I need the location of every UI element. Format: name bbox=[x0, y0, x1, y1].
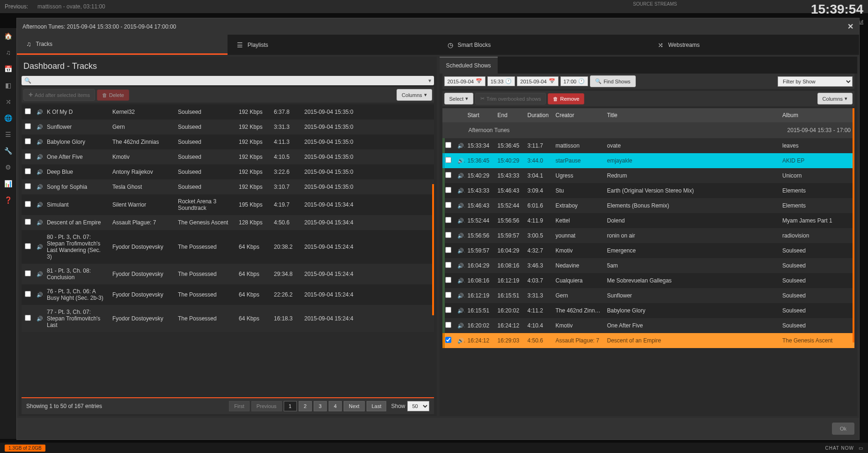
row-checkbox[interactable] bbox=[25, 153, 31, 159]
row-checkbox[interactable] bbox=[25, 108, 31, 114]
first-button[interactable]: First bbox=[229, 401, 249, 411]
ok-button[interactable]: Ok bbox=[832, 423, 854, 435]
tab-scheduled-shows[interactable]: Scheduled Shows bbox=[440, 57, 498, 74]
delete-button[interactable]: 🗑 Delete bbox=[97, 89, 129, 101]
sound-icon[interactable]: 🔊 bbox=[457, 142, 465, 149]
table-row[interactable]: 🔊 15:40:29 15:43:33 3:04.1 Ugress Redrum… bbox=[442, 168, 855, 183]
table-row[interactable]: 🔊 15:36:45 15:40:29 3:44.0 starPause emj… bbox=[442, 153, 855, 168]
chevron-down-icon[interactable]: ▾ bbox=[428, 77, 431, 84]
table-row[interactable]: 🔊 Babylone Glory The 462nd Zinnias Souls… bbox=[22, 134, 434, 149]
row-checkbox[interactable] bbox=[445, 277, 451, 283]
table-row[interactable]: 🔊 16:15:51 16:20:02 4:11.2 The 462nd Zin… bbox=[442, 303, 855, 318]
sound-icon[interactable]: 🔊 bbox=[37, 154, 44, 160]
sound-icon[interactable]: 🔊 bbox=[37, 315, 44, 322]
row-checkbox[interactable] bbox=[445, 157, 451, 163]
add-after-button[interactable]: ✚ Add after selected items bbox=[23, 89, 95, 101]
row-checkbox[interactable] bbox=[25, 168, 31, 174]
header-creator[interactable]: Creator bbox=[553, 108, 604, 122]
table-row[interactable]: 🔊 Sunflower Gern Soulseed 192 Kbps 3:31.… bbox=[22, 119, 434, 134]
row-checkbox[interactable] bbox=[445, 202, 451, 208]
table-row[interactable]: 🔊 15:59:57 16:04:29 4:32.7 Kmotiv Emerge… bbox=[442, 243, 855, 258]
row-checkbox[interactable] bbox=[25, 291, 31, 297]
globe-icon[interactable]: 🌐 bbox=[0, 110, 16, 126]
row-checkbox[interactable] bbox=[445, 292, 451, 298]
start-time-input[interactable]: 15:33 🕐 bbox=[487, 76, 515, 86]
sound-icon[interactable]: 🔊 bbox=[37, 244, 44, 250]
widget-icon[interactable]: ◧ bbox=[0, 77, 16, 94]
page-4[interactable]: 4 bbox=[329, 401, 342, 411]
table-row[interactable]: 🔊 81 - Pt. 3, Ch. 08: Conclusion Fyodor … bbox=[22, 264, 434, 284]
table-row[interactable]: 🔊 One After Five Kmotiv Soulseed 192 Kbp… bbox=[22, 149, 434, 164]
row-checkbox[interactable] bbox=[445, 232, 451, 238]
search-input[interactable]: 🔍 ▾ bbox=[22, 76, 434, 85]
row-checkbox[interactable] bbox=[25, 138, 31, 144]
sound-icon[interactable]: 🔊 bbox=[457, 277, 465, 284]
table-row[interactable]: 🔊 Song for Sophia Tesla Ghost Soulseed 1… bbox=[22, 179, 434, 194]
table-row[interactable]: 🔊 Simulant Silent Warrior Rocket Arena 3… bbox=[22, 194, 434, 215]
sound-icon[interactable]: 🔊 bbox=[457, 247, 465, 254]
table-row[interactable]: 🔊 15:43:33 15:46:43 3:09.4 Stu Earth (Or… bbox=[442, 183, 855, 198]
row-checkbox[interactable] bbox=[445, 142, 451, 148]
sound-icon[interactable]: 🔊 bbox=[37, 139, 44, 145]
page-2[interactable]: 2 bbox=[299, 401, 312, 411]
sound-icon[interactable]: 🔊 bbox=[37, 201, 44, 208]
sound-icon[interactable]: 🔊 bbox=[457, 202, 465, 209]
wrench-icon[interactable]: 🔧 bbox=[0, 143, 16, 159]
sound-icon[interactable]: 🔊 bbox=[457, 157, 465, 164]
row-checkbox[interactable] bbox=[445, 262, 451, 268]
next-button[interactable]: Next bbox=[344, 401, 365, 411]
schedule-table-wrap[interactable]: Start End Duration Creator Title Album A… bbox=[442, 108, 855, 416]
sound-icon[interactable]: 🔊 bbox=[457, 187, 465, 194]
table-row[interactable]: 🔊 15:46:43 15:52:44 6:01.6 Extraboy Elem… bbox=[442, 198, 855, 213]
sound-icon[interactable]: 🔊 bbox=[457, 262, 465, 269]
table-row[interactable]: 🔊 16:08:16 16:12:19 4:03.7 Cualquiera Me… bbox=[442, 273, 855, 288]
sound-icon[interactable]: 🔊 bbox=[37, 291, 44, 298]
table-row[interactable]: 🔊 K Of My D Kernel32 Soulseed 192 Kbps 6… bbox=[22, 104, 434, 119]
sound-icon[interactable]: 🔊 bbox=[37, 109, 44, 115]
sound-icon[interactable]: 🔊 bbox=[457, 232, 465, 239]
row-checkbox[interactable] bbox=[25, 243, 31, 249]
show-header-row[interactable]: Afternoon Tunes2015-09-04 15:33 - 17:00 bbox=[442, 122, 855, 138]
row-checkbox[interactable] bbox=[445, 172, 451, 178]
end-time-input[interactable]: 17:00 🕐 bbox=[560, 76, 588, 86]
row-checkbox[interactable] bbox=[445, 217, 451, 223]
trim-button[interactable]: ✂ Trim overbooked shows bbox=[475, 93, 546, 104]
sound-icon[interactable]: 🔊 bbox=[37, 184, 44, 190]
row-checkbox[interactable] bbox=[25, 315, 31, 321]
columns-button[interactable]: Columns ▾ bbox=[397, 89, 432, 101]
table-row[interactable]: 🔊 77 - Pt. 3, Ch. 07: Stepan Trofimovitc… bbox=[22, 305, 434, 332]
home-icon[interactable]: 🏠 bbox=[0, 28, 16, 45]
sound-icon[interactable]: 🔊 bbox=[457, 322, 465, 329]
shuffle-icon[interactable]: ⤮ bbox=[0, 94, 16, 110]
show-count-select[interactable]: 50 bbox=[407, 401, 429, 411]
row-checkbox[interactable] bbox=[445, 187, 451, 193]
tab-smartblocks[interactable]: ◷Smart Blocks bbox=[438, 35, 649, 55]
header-duration[interactable]: Duration bbox=[525, 108, 553, 122]
select-button[interactable]: Select ▾ bbox=[444, 93, 474, 104]
sound-icon[interactable]: 🔊 bbox=[457, 292, 465, 299]
previous-button[interactable]: Previous bbox=[251, 401, 282, 411]
tab-playlists[interactable]: ☰Playlists bbox=[228, 35, 438, 55]
sound-icon[interactable]: 🔊 bbox=[37, 169, 44, 175]
row-checkbox[interactable] bbox=[25, 201, 31, 207]
sound-icon[interactable]: 🔊 bbox=[457, 307, 465, 314]
help-icon[interactable]: ❓ bbox=[0, 192, 16, 208]
header-album[interactable]: Album bbox=[780, 108, 854, 122]
header-end[interactable]: End bbox=[495, 108, 525, 122]
row-checkbox[interactable] bbox=[445, 247, 451, 253]
last-button[interactable]: Last bbox=[367, 401, 387, 411]
row-checkbox[interactable] bbox=[25, 270, 31, 276]
table-row[interactable]: 🔊 Deep Blue Antony Raijekov Soulseed 192… bbox=[22, 164, 434, 179]
sound-icon[interactable]: 🔊 bbox=[457, 217, 465, 224]
header-start[interactable]: Start bbox=[465, 108, 495, 122]
tab-tracks[interactable]: ♫Tracks bbox=[17, 35, 228, 55]
list-icon[interactable]: ☰ bbox=[0, 126, 16, 143]
calendar-icon[interactable]: 📅 bbox=[0, 61, 16, 77]
table-row[interactable]: 🔊 16:12:19 16:15:51 3:31.3 Gern Sunflowe… bbox=[442, 288, 855, 303]
columns-button-right[interactable]: Columns ▾ bbox=[817, 93, 853, 104]
chat-now-button[interactable]: CHAT NOW ▭ bbox=[825, 446, 863, 451]
row-checkbox[interactable] bbox=[25, 219, 31, 225]
table-row[interactable]: 🔊 16:24:12 16:29:03 4:50.6 Assault Plagu… bbox=[442, 333, 855, 348]
find-shows-button[interactable]: 🔍 Find Shows bbox=[590, 75, 635, 87]
gear-icon[interactable]: ⚙ bbox=[0, 159, 16, 176]
